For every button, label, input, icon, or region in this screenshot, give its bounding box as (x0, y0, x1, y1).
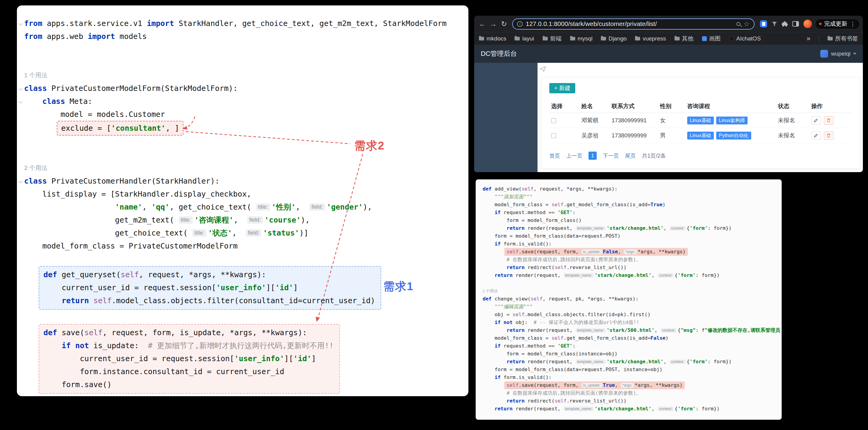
bookmarks-list: mkdocslayui前端mysqlDjangovuepress其他画图AIch… (479, 35, 761, 42)
bookmark-item[interactable]: mkdocs (479, 35, 506, 42)
chevron-down-icon[interactable] (853, 53, 856, 55)
blue-extension-icon[interactable] (760, 20, 767, 27)
table-row: 吴彦祖17380999999男Linux基础Python自动化未报名 (549, 128, 852, 143)
column-header: 联系方式 (610, 100, 658, 113)
code-line (24, 253, 463, 265)
filter-extension-icon[interactable] (772, 22, 777, 27)
column-header: 状态 (776, 100, 809, 113)
code-line: get_choice_text( title:'状态', field:'stat… (24, 227, 463, 239)
reload-button[interactable]: ↻ (499, 19, 509, 29)
code-line: return render(request, template_name:'st… (483, 326, 775, 334)
row-checkbox[interactable] (551, 118, 556, 123)
user-name[interactable]: wupeiqi (831, 51, 850, 57)
delete-button[interactable] (824, 116, 834, 125)
code-line (24, 149, 463, 162)
code-line: def get_queryset(self, request, *args, *… (43, 268, 375, 281)
code-line (24, 43, 463, 56)
bookmarks-bar: mkdocslayui前端mysqlDjangovuepress其他画图AIch… (474, 32, 863, 45)
delete-button[interactable] (824, 131, 834, 140)
code-line (483, 279, 775, 287)
pagination: 首页 上一页 1 下一页 尾页 共1页/2条 (549, 151, 852, 160)
bookmark-item[interactable]: AIchatOS (729, 35, 761, 42)
edit-button[interactable] (811, 131, 821, 140)
profile-avatar[interactable] (803, 20, 812, 28)
update-dot-icon (819, 23, 822, 25)
bookmark-item[interactable]: Django (601, 35, 626, 42)
code-line: form = model_form_class(data=request.POS… (483, 232, 775, 240)
cell-gender: 女 (658, 113, 685, 128)
pagination-last[interactable]: 尾页 (625, 152, 636, 160)
trash-icon (826, 118, 831, 123)
cell-courses: Linux基础Linux架构师 (685, 113, 776, 128)
pagination-current-page[interactable]: 1 (589, 151, 597, 160)
cell-phone: 17380999991 (610, 113, 658, 128)
address-bar[interactable]: i 127.0.0.1:8000/stark/web/customer/priv… (512, 19, 754, 30)
forward-button[interactable]: → (488, 19, 498, 29)
snippet-code: def add_view(self, request, *args, **kwa… (483, 185, 775, 413)
pagination-prev[interactable]: 上一页 (566, 152, 583, 160)
back-button[interactable]: ← (477, 19, 488, 29)
code-snippet-panel: def add_view(self, request, *args, **kwa… (476, 179, 782, 420)
extensions-puzzle-icon[interactable] (782, 21, 788, 27)
code-line: return self.model_class.objects.filter(c… (43, 294, 375, 307)
code-line: if request.method == 'GET': (483, 209, 775, 217)
highlight-block-pink: def save(self, request, form, is_update,… (39, 324, 340, 394)
code-line: # 在数据库保存成功后,跳转回列表页面(携带原来的参数)。 (483, 256, 775, 264)
menu-kebab-icon[interactable]: ⋮ (850, 21, 856, 27)
cell-name: 邓紫棋 (580, 113, 610, 128)
pagination-summary: 共1页/2条 (642, 152, 666, 160)
site-sidebar (474, 63, 537, 172)
bookmark-item[interactable]: 画图 (702, 35, 721, 42)
bookmark-item[interactable]: layui (515, 35, 534, 42)
code-line: def add_view(self, request, *args, **kwa… (483, 185, 775, 193)
user-avatar[interactable] (820, 50, 828, 58)
bookmarks-overflow-chevron[interactable]: » (807, 35, 810, 42)
code-line: exclude = ['consultant', ] (24, 121, 463, 136)
add-new-button[interactable]: + 新建 (549, 83, 575, 93)
column-header: 姓名 (580, 100, 610, 113)
code-line: 1 个用法 (24, 69, 463, 82)
code-line: model_form_class = self.get_model_form_c… (483, 201, 775, 209)
bookmark-label: mkdocs (487, 35, 506, 42)
code-line: return render(request, template_name:'st… (483, 358, 775, 366)
customer-list-card: + 新建 选择姓名联系方式性别咨询课程状态操作 邓紫棋17380999991女L… (541, 77, 860, 169)
bookmark-label: 画图 (709, 35, 721, 42)
code-line: from apps.stark.service.v1 import StarkH… (24, 17, 463, 30)
code-line: 2 个用法 (24, 162, 463, 175)
row-checkbox[interactable] (551, 133, 556, 138)
bookmark-item[interactable]: 其他 (675, 35, 693, 42)
url-text[interactable]: 127.0.0.1:8000/stark/web/customer/privat… (526, 20, 734, 27)
trash-icon (826, 133, 831, 138)
column-header: 咨询课程 (685, 100, 776, 113)
edit-button[interactable] (811, 116, 821, 125)
code-line: list_display = [StarkHandler.display_che… (24, 188, 463, 201)
code-line: if form.is_valid(): (483, 374, 775, 381)
folder-icon (601, 37, 606, 40)
search-icon[interactable] (736, 22, 740, 26)
cell-select (549, 128, 580, 143)
course-badge: Linux基础 (687, 117, 714, 124)
all-bookmarks-button[interactable]: 所有书签 (828, 35, 858, 42)
bookmark-item[interactable]: mysql (570, 35, 593, 42)
table-row: 邓紫棋17380999991女Linux基础Linux架构师未报名 (549, 113, 852, 128)
code-line: from apps.web import models (24, 30, 463, 43)
customer-table-head-row: 选择姓名联系方式性别咨询课程状态操作 (549, 100, 852, 113)
toolbar-extensions (757, 20, 814, 28)
bookmark-star-icon[interactable]: ☆ (743, 21, 750, 27)
pagination-next[interactable]: 下一页 (603, 152, 619, 160)
site-info-icon[interactable]: i (517, 21, 523, 27)
column-header: 选择 (549, 100, 580, 113)
desktop: { "annotations": {"req1": "需求1", "req2":… (0, 0, 868, 430)
send-plane-icon[interactable] (540, 66, 546, 72)
chrome-update-button[interactable]: 完成更新 ⋮ (815, 19, 860, 29)
pencil-icon (814, 118, 818, 123)
side-panel-icon[interactable] (792, 21, 799, 27)
bookmark-label: 前端 (550, 35, 562, 42)
code-line: model_form_class = self.get_model_form_c… (483, 334, 775, 342)
code-line: form = model_form_class(data=request.POS… (483, 366, 775, 374)
browser-toolbar: ← → ↻ i 127.0.0.1:8000/stark/web/custome… (474, 16, 863, 32)
bookmark-item[interactable]: 前端 (542, 35, 562, 42)
pagination-first[interactable]: 首页 (549, 152, 560, 160)
bookmark-item[interactable]: vuepress (635, 35, 666, 42)
folder-icon (675, 37, 680, 40)
